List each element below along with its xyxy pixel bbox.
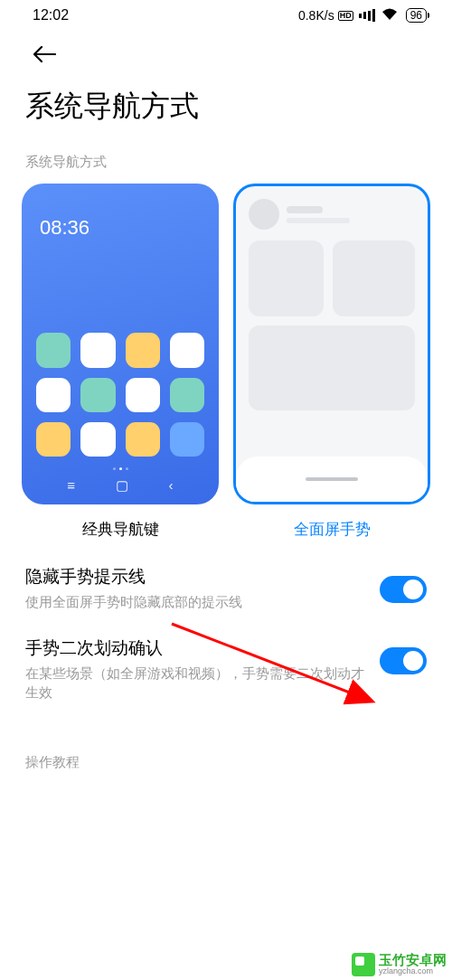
toggle-hide-hint[interactable]	[380, 576, 427, 603]
option-fullscreen-gesture[interactable]: 全面屏手势	[233, 184, 430, 540]
wifi-icon	[381, 8, 398, 24]
app-icon	[126, 333, 160, 367]
app-icon	[126, 378, 160, 412]
tutorial-label: 操作教程	[0, 702, 452, 771]
battery-icon: 96	[406, 8, 427, 23]
home-indicator-area	[236, 457, 428, 502]
setting-title: 隐藏手势提示线	[25, 565, 369, 589]
toggle-confirm-swipe[interactable]	[380, 647, 427, 674]
arrow-left-icon	[33, 45, 56, 63]
preview-app-grid	[36, 333, 204, 457]
signal-icon	[359, 9, 376, 22]
option-classic-nav[interactable]: 08:36 ≡ ▢ ‹	[22, 184, 219, 540]
navigation-options: 08:36 ≡ ▢ ‹	[0, 184, 452, 540]
app-icon	[170, 333, 204, 367]
status-bar: 12:02 0.8K/s HD 96	[0, 0, 452, 29]
preview-header	[249, 199, 415, 230]
setting-desc: 使用全面屏手势时隐藏底部的提示线	[25, 592, 369, 611]
net-speed: 0.8K/s	[298, 8, 334, 23]
watermark-url: yzlangcha.com	[379, 967, 447, 976]
preview-content-blocks	[249, 240, 415, 410]
app-icon	[36, 422, 71, 457]
status-right: 0.8K/s HD 96	[298, 8, 427, 24]
setting-hide-hint-line: 隐藏手势提示线 使用全面屏手势时隐藏底部的提示线	[0, 540, 452, 611]
app-icon	[80, 422, 115, 457]
page-dots	[36, 467, 204, 470]
avatar-placeholder	[249, 199, 279, 230]
watermark-logo-icon	[352, 953, 375, 976]
home-nav-icon: ▢	[116, 477, 128, 494]
status-time: 12:02	[33, 7, 69, 24]
hd-icon: HD	[338, 11, 353, 21]
back-nav-icon: ‹	[169, 477, 174, 494]
page-title: 系统导航方式	[0, 74, 452, 134]
setting-desc: 在某些场景（如全屏游戏和视频），手势需要二次划动才生效	[25, 664, 369, 702]
home-indicator	[306, 477, 358, 481]
classic-preview: 08:36 ≡ ▢ ‹	[22, 184, 219, 504]
section-label: 系统导航方式	[0, 134, 452, 184]
app-icon	[170, 422, 204, 457]
app-icon	[126, 422, 160, 457]
option-label-classic: 经典导航键	[82, 519, 159, 540]
gesture-preview	[233, 184, 430, 504]
watermark: 玉竹安卓网 yzlangcha.com	[346, 949, 452, 980]
option-label-gesture: 全面屏手势	[294, 519, 371, 540]
preview-clock: 08:36	[40, 216, 204, 240]
setting-confirm-swipe: 手势二次划动确认 在某些场景（如全屏游戏和视频），手势需要二次划动才生效	[0, 611, 452, 702]
app-icon	[36, 378, 71, 412]
setting-title: 手势二次划动确认	[25, 636, 369, 660]
back-button[interactable]	[0, 29, 452, 74]
app-icon	[36, 333, 71, 367]
app-icon	[80, 333, 115, 367]
app-icon	[80, 378, 115, 412]
app-icon	[170, 378, 204, 412]
nav-buttons-preview: ≡ ▢ ‹	[36, 474, 204, 494]
watermark-name: 玉竹安卓网	[379, 953, 447, 968]
menu-nav-icon: ≡	[67, 477, 75, 494]
